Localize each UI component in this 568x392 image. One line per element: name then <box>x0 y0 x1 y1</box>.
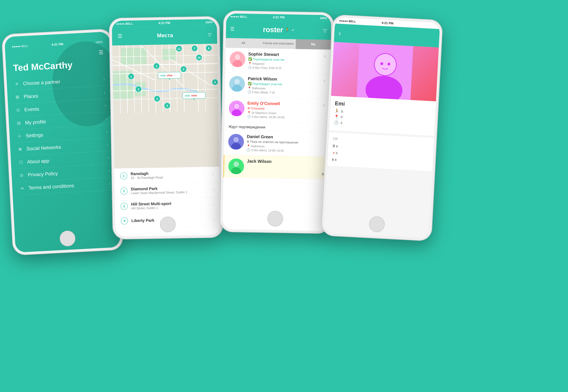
carrier: ●●●●● BELL <box>339 19 356 23</box>
person-emily[interactable]: Emily O'Connell ⊗ Отказала 📍 St Stephen'… <box>224 97 330 124</box>
pin-label-5: 5 <box>166 104 168 107</box>
road <box>205 44 206 112</box>
filter-icon[interactable]: ▽ <box>323 28 327 33</box>
stat-time-text: 4 <box>340 121 343 125</box>
places-icon: ⊞ <box>14 94 20 99</box>
road <box>148 45 149 113</box>
daniel-info: Daniel Green ⊗ Пока не ответил на пригла… <box>247 134 325 153</box>
arrow-icon: › <box>105 116 107 121</box>
sophie-info: Sophie Stewart ✅ Подтвердила участие 📍 R… <box>248 52 326 70</box>
place-item-2[interactable]: 2 Diamond Park Lower Sean Macdermott Str… <box>115 182 220 199</box>
roster-logo: roster <box>263 25 283 34</box>
menu-header: ●●●●● BELL 4:21 PM 100% ☰ Ted McCarthy <box>4 31 111 78</box>
time-icon: 🕐 <box>334 120 339 125</box>
pin-label-4: 4 <box>156 97 158 100</box>
arrow-icon: › <box>213 202 214 207</box>
carrier: ●●●●● BELL <box>230 15 247 18</box>
time: 4:21 PM <box>381 21 393 25</box>
badge-2-text: club <box>185 94 190 97</box>
pin-label-2: 2 <box>156 65 157 68</box>
person-patrick[interactable]: Patrick Wilson ✅ Подтвердил участие 📍 Ra… <box>225 72 330 99</box>
phone3-screen: ●●●●● BELL 4:21 PM 100% ☰ roster 🏃 ✓ ▽ A… <box>222 13 331 231</box>
place-num-4: 4 <box>121 217 128 224</box>
phone-4: ●●●●● BELL 4:21 PM ‹ <box>321 14 443 241</box>
map-svg: 1 2 3 4 5 6 7 8 9 <box>112 44 219 168</box>
battery: 100% <box>205 21 213 24</box>
filter-icon[interactable]: ▽ <box>208 32 211 37</box>
about-icon: ⬡ <box>18 159 24 165</box>
status-bar: ●●●●● BELL 4:21 PM 100% <box>12 40 103 48</box>
back-button[interactable]: ‹ <box>338 29 341 37</box>
emily-info: Emily O'Connell ⊗ Отказала 📍 St Stephen'… <box>247 101 325 120</box>
chevron-icon: ∨ <box>323 54 326 58</box>
emily-time: 🕐 3 Nov (Mon), 18:30–19:30 <box>247 115 325 120</box>
social-icon: ⊕ <box>17 146 23 152</box>
arrow-icon: › <box>213 187 214 192</box>
person-daniel[interactable]: Daniel Green ⊗ Пока не ответил на пригла… <box>224 130 329 157</box>
phone4-screen: ●●●●● BELL 4:21 PM ‹ <box>324 17 440 238</box>
person-sophie[interactable]: Sophie Stewart ✅ Подтвердила участие 📍 R… <box>225 48 331 74</box>
pin-label-6: 6 <box>183 68 184 71</box>
jack-name: Jack Wilson <box>247 159 325 165</box>
profile-icon: ⊟ <box>16 120 22 126</box>
running-icon: 🏃 <box>285 28 290 32</box>
person-photo <box>331 42 439 101</box>
emily-name: Emily O'Connell <box>247 101 326 107</box>
roster-topbar: ☰ roster 🏃 ✓ ▽ <box>226 20 331 40</box>
sophie-time: 🕐 4 Nov (Tue), 8:00–9:15 <box>248 66 326 70</box>
settings-label: Settings <box>26 132 43 139</box>
map-view[interactable]: 1 2 3 4 5 6 7 8 9 <box>112 44 219 168</box>
privacy-icon: ⊙ <box>19 173 25 178</box>
avatar-daniel <box>228 134 244 150</box>
running-icon: 🏃 <box>334 109 339 113</box>
arrow-icon: › <box>106 129 108 134</box>
tab-all[interactable]: All <box>226 38 261 48</box>
arrow-icon: › <box>213 217 215 222</box>
jack-info: Jack Wilson <box>247 159 325 176</box>
daniel-time: 🕐 3 Nov (Mon), 14:00–15:00 <box>247 148 325 153</box>
phone-1: ●●●●● BELL 4:21 PM 100% ☰ Ted McCarthy ≡… <box>1 28 124 256</box>
location-icon-2: 📍 <box>332 152 335 155</box>
place-num-1: 1 <box>120 172 127 180</box>
person-jack[interactable]: Jack Wilson ∧ <box>223 155 329 179</box>
carrier: ●●●●● BELL <box>116 22 133 26</box>
hamburger-icon[interactable]: ☰ <box>118 33 122 39</box>
tab-friends[interactable]: Friends and subscription <box>261 39 296 49</box>
choose-partner-icon: ≡ <box>14 81 20 86</box>
check-icon: ✅ <box>248 82 251 85</box>
sophie-status-text: Подтвердила участие <box>253 57 284 62</box>
detail-info: Emi 🏃 Б 📍 Р 🕐 4 <box>329 96 436 136</box>
hamburger-icon[interactable]: ☰ <box>98 49 103 56</box>
badge-1-text: club <box>160 74 166 77</box>
place-info-3: Hill Street Multi-sport Hill Street, Dub… <box>131 201 210 210</box>
avatar-emily <box>229 100 245 116</box>
stat-running-text: Б <box>341 109 343 113</box>
emily-status: ⊗ Отказала <box>247 106 325 112</box>
tab-my[interactable]: My <box>296 39 331 50</box>
pin-label-10: 10 <box>197 56 201 59</box>
sophie-status: ✅ Подтвердила участие <box>248 57 326 62</box>
map-title: Места <box>157 32 173 39</box>
patrick-time: 🕐 5 Nov (Wed), 7:15 <box>248 90 326 95</box>
badge-1-arrow <box>169 78 170 80</box>
hamburger-icon[interactable]: ☰ <box>230 26 235 32</box>
roster-tabs: All Friends and subscription My <box>226 38 331 50</box>
privacy-label: Privacy Policy <box>28 170 58 178</box>
daniel-status-text: Пока не ответил на приглашение <box>250 140 298 144</box>
profile-label: My profile <box>25 119 46 126</box>
events-label: Events <box>24 106 39 112</box>
location-text: К <box>336 151 338 155</box>
patrick-status-text: Подтвердил участие <box>252 82 282 86</box>
battery: 100% <box>320 16 327 20</box>
place-info-2: Diamond Park Lower Sean Macdermott Stree… <box>131 185 209 195</box>
place-item-1[interactable]: 1 Ranelagh 28 - 36 Ranelagh Road › <box>114 167 220 184</box>
pin-label-8: 8 <box>208 47 210 50</box>
phone1-screen: ●●●●● BELL 4:21 PM 100% ☰ Ted McCarthy ≡… <box>4 31 121 253</box>
place-num-3: 3 <box>121 203 128 210</box>
battery-text: 100% <box>96 40 103 44</box>
sophie-name: Sophie Stewart <box>248 52 326 58</box>
carrier-text: ●●●●● BELL <box>12 44 28 48</box>
social-label: Social Networks <box>26 144 61 152</box>
place-item-3[interactable]: 3 Hill Street Multi-sport Hill Street, D… <box>115 197 220 214</box>
arrow-icon: › <box>109 181 110 186</box>
